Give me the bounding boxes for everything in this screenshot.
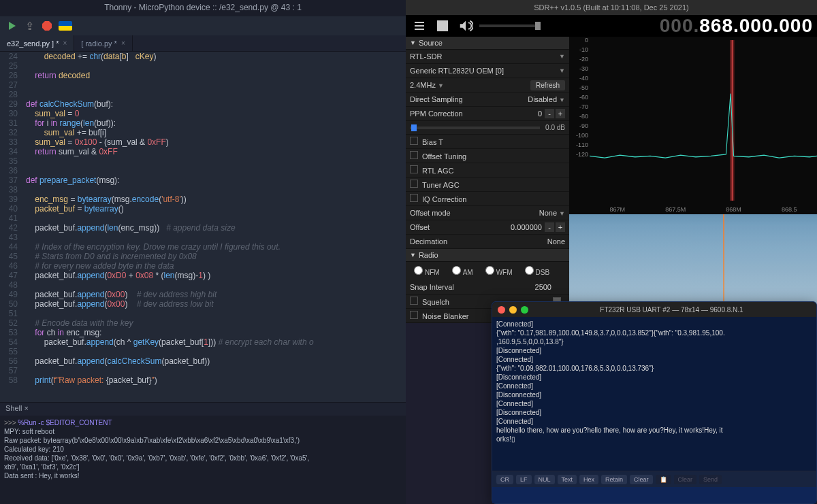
offset-minus-button[interactable]: - [545, 222, 554, 232]
terminal-output[interactable]: [Connected]{"wth": "0.17,981.89,100.00,1… [492, 317, 816, 471]
sdrpp-titlebar: SDR++ v1.0.5 (Built at 10:11:08, Dec 25 … [406, 0, 817, 15]
frequency-prefix: 000. [660, 15, 700, 36]
ppm-value[interactable]: 0 [538, 110, 542, 118]
iq-correction-checkbox[interactable]: IQ Correction [406, 192, 569, 206]
chevron-down-icon: ▼ [559, 67, 565, 74]
spectrum-x-axis: 867M867.5M868M868.5 [590, 206, 817, 213]
rtl-agc-checkbox[interactable]: RTL AGC [406, 163, 569, 178]
terminal-input[interactable] [492, 487, 816, 503]
offset-plus-button[interactable]: + [556, 222, 565, 232]
decimation-row: DecimationNone [406, 235, 569, 249]
tab-radio[interactable]: [ radio.py * × [74, 35, 132, 51]
sdrpp-window: SDR++ v1.0.5 (Built at 10:11:08, Dec 25 … [406, 0, 817, 316]
ppm-row: PPM Correction0-+ [406, 107, 569, 121]
code-editor[interactable]: 2425262728293031323334353637383940414243… [0, 52, 406, 402]
chevron-down-icon: ▼ [559, 53, 565, 60]
menu-icon[interactable] [410, 16, 429, 35]
close-icon[interactable]: × [63, 39, 67, 47]
frequency-value: 868.000.000 [699, 15, 813, 36]
close-icon[interactable]: × [121, 39, 125, 47]
snap-value[interactable]: 2500 [535, 283, 551, 291]
tab-e32-send[interactable]: e32_send.py ] * × [0, 35, 74, 51]
thonny-titlebar: Thonny - MicroPython device :: /e32_send… [0, 0, 406, 16]
line-gutter: 2425262728293031323334353637383940414243… [0, 52, 22, 402]
snap-interval-row: Snap Interval2500 [406, 280, 569, 295]
chevron-down-icon: ▼ [559, 210, 565, 217]
debug-step-icon[interactable]: ⇪ [23, 20, 35, 32]
frequency-display[interactable]: 000.868.000.000 [660, 15, 813, 37]
chevron-down-icon: ▼ [410, 252, 416, 258]
mode-am[interactable]: AM [447, 265, 479, 278]
close-window-icon[interactable] [498, 306, 505, 314]
term-lf-button[interactable]: LF [516, 475, 532, 484]
thonny-window: Thonny - MicroPython device :: /e32_send… [0, 0, 406, 504]
terminal-footer: CRLFNULTextHexRetainClear📋ClearSend [492, 471, 816, 487]
mode-nfm[interactable]: NFM [408, 265, 445, 278]
mode-wfm[interactable]: WFM [480, 265, 518, 278]
term-retain-button[interactable]: Retain [601, 475, 627, 484]
run-icon[interactable] [5, 20, 18, 32]
ppm-minus-button[interactable]: - [545, 109, 554, 118]
tab-label: [ radio.py * [81, 39, 117, 48]
offset-row: Offset0.000000-+ [406, 220, 569, 235]
spectrum-plot[interactable]: 0-10-20-30-40-50-60-70-80-90-100-110-120… [569, 37, 817, 214]
ppm-plus-button[interactable]: + [556, 109, 565, 118]
terminal-window: FT232R USB UART #2 — 78x14 — 9600.8.N.1 … [492, 301, 817, 504]
direct-sampling-select[interactable]: Disabled ▼ [528, 95, 565, 103]
chevron-down-icon: ▼ [410, 39, 416, 46]
term-clear-button[interactable]: Clear [674, 475, 697, 484]
svg-marker-0 [9, 22, 16, 30]
mode-dsb[interactable]: DSB [519, 265, 556, 278]
term-nul-button[interactable]: NUL [534, 475, 555, 484]
driver-select[interactable]: RTL-SDR▼ [406, 50, 569, 64]
shell-tab[interactable]: Shell × [0, 402, 406, 416]
term-hex-button[interactable]: Hex [579, 475, 598, 484]
stop-icon[interactable] [41, 20, 53, 32]
terminal-title: FT232R USB UART #2 — 78x14 — 9600.8.N.1 [532, 306, 811, 314]
offset-mode-select[interactable]: None ▼ [539, 209, 565, 217]
bias-t-checkbox[interactable]: Bias T [406, 135, 569, 149]
terminal-titlebar[interactable]: FT232R USB UART #2 — 78x14 — 9600.8.N.1 [492, 302, 816, 317]
gain-value: 0.0 dB [545, 124, 565, 131]
offset-mode-row: Offset modeNone ▼ [406, 206, 569, 220]
editor-tabs: e32_send.py ] * × [ radio.py * × [0, 35, 406, 52]
offset-value[interactable]: 0.000000 [511, 223, 542, 231]
tab-label: e32_send.py ] * [7, 39, 59, 48]
term-clear-button[interactable]: Clear [630, 475, 653, 484]
term-text-button[interactable]: Text [558, 475, 577, 484]
maximize-window-icon[interactable] [521, 306, 528, 314]
thonny-toolbar: ⇪ [0, 16, 406, 35]
sdrpp-header: 000.868.000.000 [406, 15, 817, 37]
volume-slider[interactable] [479, 24, 541, 27]
source-section-header[interactable]: ▼Source [406, 37, 569, 50]
tuner-agc-checkbox[interactable]: Tuner AGC [406, 178, 569, 192]
svg-marker-1 [42, 21, 52, 31]
term-cr-button[interactable]: CR [496, 475, 513, 484]
samplerate-row: 2.4MHz ▼ Refresh [406, 78, 569, 93]
sdr-visualization: 0-10-20-30-40-50-60-70-80-90-100-110-120… [569, 37, 817, 323]
radio-section-header[interactable]: ▼Radio [406, 249, 569, 262]
samplerate-select[interactable]: 2.4MHz ▼ [410, 81, 530, 89]
code-area[interactable]: decoded += chr(data[b] cKey) return deco… [22, 52, 406, 402]
term-📋-button[interactable]: 📋 [656, 475, 671, 484]
ukraine-flag-icon [59, 21, 72, 31]
gain-slider-row: 0.0 dB [406, 121, 569, 135]
chevron-down-icon: ▼ [559, 97, 565, 103]
volume-icon[interactable] [456, 16, 475, 35]
sdrpp-sidebar: ▼Source RTL-SDR▼ Generic RTL2832U OEM [0… [406, 37, 569, 323]
chevron-down-icon: ▼ [438, 82, 444, 89]
shell-output[interactable]: >>> %Run -c $EDITOR_CONTENTMPY: soft reb… [0, 416, 406, 504]
minimize-window-icon[interactable] [509, 306, 517, 314]
play-button[interactable] [433, 16, 452, 35]
decimation-select[interactable]: None [547, 237, 565, 246]
direct-sampling-row: Direct SamplingDisabled ▼ [406, 93, 569, 107]
radio-modes: NFMAMWFMDSB [406, 262, 569, 280]
device-select[interactable]: Generic RTL2832U OEM [0]▼ [406, 64, 569, 78]
offset-tuning-checkbox[interactable]: Offset Tuning [406, 149, 569, 163]
gain-slider[interactable] [410, 127, 540, 129]
spectrum-y-axis: 0-10-20-30-40-50-60-70-80-90-100-110-120 [569, 37, 590, 214]
term-send-button[interactable]: Send [699, 475, 722, 484]
refresh-button[interactable]: Refresh [530, 80, 565, 90]
